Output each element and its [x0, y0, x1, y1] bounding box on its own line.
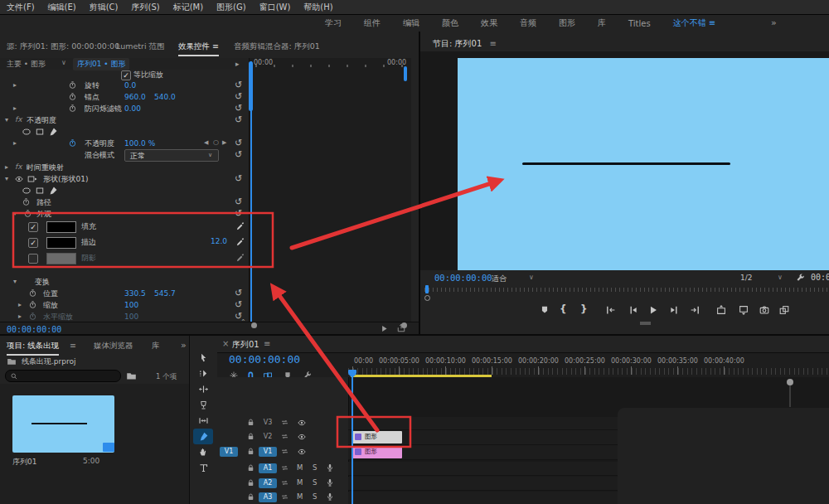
previous-keyframe-icon[interactable]: ◀	[204, 139, 208, 146]
fx-zoom-handle-left[interactable]	[251, 322, 257, 328]
voiceover-mic-icon[interactable]	[325, 477, 335, 487]
workspace-tab-6[interactable]: 图形	[559, 17, 575, 29]
workspace-overflow-icon[interactable]: »	[771, 17, 777, 28]
effect-timecode[interactable]: 00:00:00:00	[7, 325, 61, 334]
menu-item-6[interactable]: 窗口(W)	[259, 2, 291, 13]
stopwatch-icon[interactable]	[28, 288, 37, 298]
stopwatch-icon[interactable]	[22, 197, 31, 206]
reset-parameter-icon[interactable]: ↺	[235, 103, 242, 114]
twirl-icon[interactable]: ▾	[5, 175, 8, 182]
menu-item-1[interactable]: 编辑(E)	[48, 2, 76, 13]
menu-item-3[interactable]: 序列(S)	[131, 2, 159, 13]
effects-tab-0[interactable]: 源: 序列01: 图形: 00:00:00:00	[7, 41, 119, 52]
track-lock-icon[interactable]	[246, 432, 255, 441]
rect-mask-icon[interactable]	[35, 186, 45, 196]
value-rotation-0[interactable]: 0.0	[124, 81, 136, 90]
sync-lock-icon[interactable]	[280, 418, 289, 427]
source-patch-V1[interactable]: V1	[220, 447, 238, 457]
program-timecode[interactable]: 00:00:00:00	[434, 273, 492, 283]
sync-lock-icon[interactable]	[280, 432, 289, 441]
twirl-icon[interactable]: ▾	[13, 210, 17, 217]
sync-lock-icon[interactable]	[280, 492, 289, 502]
eye-icon[interactable]	[14, 174, 24, 184]
checkbox-stroke[interactable]: ✓	[28, 238, 38, 248]
menu-icon[interactable]: ≡	[70, 341, 76, 350]
workspace-tab-5[interactable]: 音频	[520, 17, 536, 29]
chevron-down-icon[interactable]: ∨	[61, 59, 66, 66]
timeline-ruler[interactable]: 00:0000:00:05:0000:00:10:0000:00:15:0000…	[348, 353, 829, 377]
eyedropper-icon[interactable]	[235, 253, 245, 263]
settings-wrench-icon[interactable]	[795, 273, 806, 284]
menu-item-4[interactable]: 标记(M)	[173, 2, 203, 13]
export-frame-icon[interactable]	[759, 304, 770, 316]
twirl-icon[interactable]: ▸	[13, 81, 17, 89]
value-scale-0[interactable]: 100	[124, 301, 138, 309]
workspace-tab-active[interactable]: 这个不错 ≡	[673, 17, 716, 29]
track-lock-icon[interactable]	[246, 492, 255, 502]
chevron-down-icon[interactable]: ∨	[529, 274, 534, 281]
value-anchor-point-0[interactable]: 960.0	[124, 93, 146, 101]
program-tab[interactable]: 节目: 序列01 ≡	[433, 38, 497, 50]
go-to-in-icon[interactable]	[605, 304, 617, 316]
menu-icon[interactable]: ≡	[264, 339, 270, 348]
menu-item-2[interactable]: 剪辑(C)	[90, 2, 119, 13]
stopwatch-icon[interactable]	[68, 80, 77, 90]
menu-item-5[interactable]: 图形(G)	[216, 2, 246, 13]
voiceover-mic-icon[interactable]	[325, 492, 335, 502]
track-lock-icon[interactable]	[246, 478, 255, 487]
add-keyframe-icon[interactable]: ○	[213, 138, 219, 146]
stopwatch-icon[interactable]	[68, 138, 77, 148]
reset-parameter-icon[interactable]: ↺	[235, 149, 242, 160]
twirl-icon[interactable]: ▾	[13, 278, 17, 285]
solo-button[interactable]: S	[313, 478, 317, 487]
extract-icon[interactable]	[738, 304, 749, 316]
menu-item-0[interactable]: 文件(F)	[7, 2, 35, 13]
track-select-forward-tool[interactable]	[198, 368, 209, 379]
value-stroke[interactable]: 12.0	[211, 237, 227, 245]
sync-lock-icon[interactable]	[280, 463, 289, 472]
slip-tool[interactable]	[198, 415, 209, 426]
track-badge-A1[interactable]: A1	[259, 463, 277, 473]
value-position-0[interactable]: 330.5	[124, 289, 146, 298]
voiceover-mic-icon[interactable]	[325, 463, 335, 472]
stopwatch-icon[interactable]	[28, 312, 37, 321]
color-swatch-fill[interactable]	[46, 221, 76, 233]
reset-parameter-icon[interactable]: ↺	[235, 173, 242, 184]
track-lock-icon[interactable]	[246, 418, 255, 427]
pen-mask-icon[interactable]	[48, 127, 58, 137]
razor-tool[interactable]	[198, 400, 209, 410]
reset-parameter-icon[interactable]: ↺	[235, 299, 242, 310]
add-marker-icon[interactable]	[539, 304, 550, 316]
workspace-tab-4[interactable]: 效果	[481, 17, 497, 29]
track-output-eye-icon[interactable]	[297, 418, 307, 428]
project-tab-0[interactable]: 项目: 线条出现	[7, 341, 59, 356]
timeline-expand-icon[interactable]: ▸	[235, 60, 240, 68]
timeline-tab-label[interactable]: 序列01	[232, 339, 259, 351]
project-file-name[interactable]: 线条出现.prproj	[22, 356, 76, 367]
track-badge-A2[interactable]: A2	[259, 478, 277, 488]
fx-zoom-handle-right[interactable]	[401, 322, 407, 328]
workspace-tab-1[interactable]: 组件	[364, 17, 381, 29]
solo-button[interactable]: S	[313, 463, 317, 472]
play-clip-icon[interactable]	[380, 324, 389, 333]
workspace-tab-2[interactable]: 编辑	[403, 17, 419, 29]
mute-button[interactable]: M	[297, 492, 303, 501]
comparison-view-icon[interactable]	[778, 304, 790, 316]
track-lock-icon[interactable]	[246, 463, 255, 472]
color-swatch-stroke[interactable]	[46, 237, 76, 249]
step-forward-icon[interactable]	[668, 304, 680, 316]
effects-tab-2[interactable]: 效果控件 ≡	[178, 41, 219, 56]
program-scroll-handle[interactable]	[424, 295, 430, 301]
checkbox-shadow[interactable]	[28, 254, 38, 264]
close-icon[interactable]: ×	[222, 339, 229, 348]
track-badge-V1[interactable]: V1	[259, 447, 277, 457]
mark-out-icon[interactable]: }	[580, 303, 588, 315]
eyedropper-icon[interactable]	[235, 221, 245, 231]
pen-mask-icon[interactable]	[48, 186, 58, 196]
step-back-icon[interactable]	[628, 304, 639, 316]
sequence-thumbnail[interactable]	[12, 395, 114, 453]
twirl-icon[interactable]: ▸	[18, 301, 22, 308]
reset-parameter-icon[interactable]: ↺	[235, 196, 242, 207]
stopwatch-icon[interactable]	[68, 104, 77, 113]
timeline-scrollbar-handle[interactable]	[787, 379, 793, 385]
